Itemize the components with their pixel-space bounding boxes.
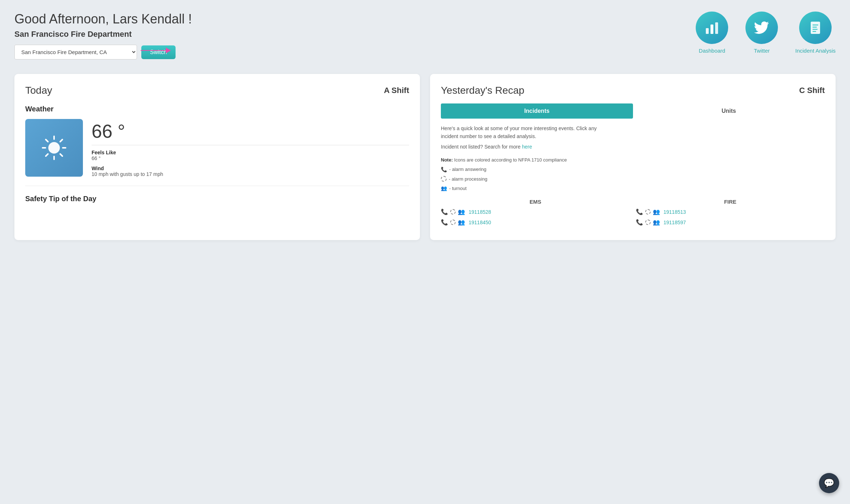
group-icon: 👥 [441, 184, 447, 193]
ems-circle-icon-0 [450, 209, 456, 215]
recap-tabs: Incidents Units [441, 103, 825, 119]
recap-title: Yesterday's Recap [441, 85, 524, 96]
weather-title: Weather [25, 105, 409, 113]
twitter-icon-circle [745, 12, 778, 44]
fire-phone-icon-0: 📞 [636, 208, 643, 215]
fire-circle-icon-1 [645, 220, 651, 225]
svg-line-16 [46, 154, 48, 156]
weather-icon-box [25, 119, 83, 177]
note-section: Note: Icons are colored according to NFP… [441, 156, 825, 193]
weather-section: Weather [25, 105, 409, 177]
ems-phone-icon-0: 📞 [441, 208, 448, 215]
svg-rect-1 [710, 25, 713, 34]
feels-like-value: 66 ° [92, 155, 409, 161]
today-header: Today A Shift [25, 85, 409, 96]
note-label: Note: [441, 157, 453, 163]
ems-column: EMS 📞 👥 19118528 📞 👥 19118450 [441, 199, 630, 229]
department-name: San Francisco Fire Department [14, 30, 192, 39]
document-icon [807, 19, 824, 36]
greeting: Good Afternoon, Lars Kendall ! [14, 12, 192, 27]
fire-phone-icon-1: 📞 [636, 219, 643, 226]
fire-group-icon-1: 👥 [653, 219, 660, 226]
svg-rect-3 [811, 22, 820, 34]
ems-header: EMS [441, 199, 630, 205]
nav-item-dashboard[interactable]: Dashboard [696, 12, 728, 54]
fire-column: FIRE 📞 👥 19118513 📞 👥 19118597 [636, 199, 825, 229]
chat-bubble[interactable]: 💬 [819, 473, 839, 493]
today-title: Today [25, 85, 52, 96]
svg-rect-7 [813, 31, 816, 32]
svg-rect-2 [715, 22, 718, 34]
ems-incident-0: 📞 👥 19118528 [441, 208, 630, 215]
header-left: Good Afternoon, Lars Kendall ! San Franc… [14, 12, 192, 59]
recap-shift: C Shift [799, 86, 825, 95]
wind-value: 10 mph with gusts up to 17 mph [92, 171, 409, 177]
recap-search-text: Incident not listed? Search for more her… [441, 143, 825, 151]
ems-group-icon-0: 👥 [458, 208, 465, 215]
ems-phone-icon-1: 📞 [441, 219, 448, 226]
weather-content: 66 ° Feels Like 66 ° Wind 10 mph with gu… [25, 119, 409, 177]
department-select[interactable]: San Francisco Fire Department, CA [14, 45, 137, 59]
tab-incidents[interactable]: Incidents [441, 103, 633, 119]
recap-card: Yesterday's Recap C Shift Incidents Unit… [430, 74, 836, 240]
nav-icons: Dashboard Twitter In [696, 12, 836, 54]
svg-point-8 [48, 142, 60, 154]
twitter-icon [753, 19, 770, 36]
ems-incident-num-0[interactable]: 19118528 [469, 209, 491, 215]
legend-alarm-processing: - alarm processing [441, 175, 825, 183]
arrow-line [141, 50, 166, 51]
note-line: Note: Icons are colored according to NFP… [441, 156, 825, 164]
arrow-annotation [141, 48, 171, 53]
incident-analysis-icon-circle [799, 12, 832, 44]
arrow-head [166, 48, 171, 53]
sun-icon [40, 133, 68, 162]
svg-line-13 [46, 140, 48, 142]
svg-rect-4 [813, 25, 818, 26]
incident-analysis-label: Incident Analysis [795, 48, 836, 54]
wind-label: Wind [92, 165, 409, 171]
ems-circle-icon-1 [450, 220, 456, 225]
phone-icon: 📞 [441, 165, 447, 174]
circle-icon [441, 176, 447, 182]
incidents-columns: EMS 📞 👥 19118528 📞 👥 19118450 FIRE 📞 [441, 199, 825, 229]
main-content: Today A Shift Weather [14, 74, 836, 240]
department-select-row: San Francisco Fire Department, CA Switch [14, 45, 192, 59]
dashboard-label: Dashboard [699, 48, 725, 54]
header: Good Afternoon, Lars Kendall ! San Franc… [14, 12, 836, 59]
ems-incident-1: 📞 👥 19118450 [441, 219, 630, 226]
fire-circle-icon-0 [645, 209, 651, 215]
svg-rect-0 [706, 28, 709, 34]
svg-rect-5 [813, 27, 817, 28]
chart-icon [704, 19, 720, 36]
ems-group-icon-1: 👥 [458, 219, 465, 226]
temperature: 66 ° [92, 120, 409, 142]
weather-details: 66 ° Feels Like 66 ° Wind 10 mph with gu… [92, 119, 409, 177]
nav-item-twitter[interactable]: Twitter [745, 12, 778, 54]
svg-line-14 [60, 154, 62, 156]
today-card: Today A Shift Weather [14, 74, 420, 240]
fire-incident-0: 📞 👥 19118513 [636, 208, 825, 215]
twitter-label: Twitter [754, 48, 770, 54]
tab-units[interactable]: Units [633, 103, 825, 119]
legend-alarm-answering: 📞 - alarm answering [441, 165, 825, 174]
recap-search-link[interactable]: here [522, 144, 532, 150]
nav-item-incident-analysis[interactable]: Incident Analysis [795, 12, 836, 54]
fire-incident-1: 📞 👥 19118597 [636, 219, 825, 226]
svg-rect-6 [813, 29, 818, 30]
safety-tip-title: Safety Tip of the Day [25, 195, 409, 203]
feels-like-label: Feels Like [92, 150, 409, 155]
today-shift: A Shift [384, 86, 409, 95]
fire-group-icon-0: 👥 [653, 208, 660, 215]
dashboard-icon-circle [696, 12, 728, 44]
recap-header: Yesterday's Recap C Shift [441, 85, 825, 96]
fire-incident-num-1[interactable]: 19118597 [664, 220, 686, 225]
svg-line-15 [60, 140, 62, 142]
legend-turnout: 👥 - turnout [441, 184, 825, 193]
chat-icon: 💬 [824, 478, 834, 488]
fire-header: FIRE [636, 199, 825, 205]
ems-incident-num-1[interactable]: 19118450 [469, 220, 491, 225]
recap-description-1: Here's a quick look at some of your more… [441, 124, 825, 141]
fire-incident-num-0[interactable]: 19118513 [664, 209, 686, 215]
